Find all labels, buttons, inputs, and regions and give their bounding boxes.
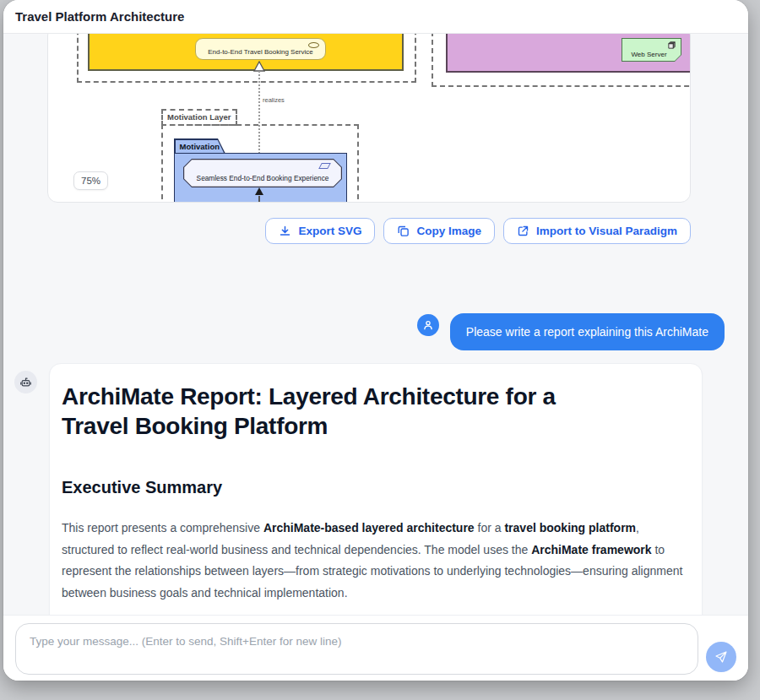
outcome-parallelogram-icon — [318, 163, 331, 169]
web-server-node: Web Server — [622, 38, 681, 62]
report-paragraph: This report presents a comprehensive Arc… — [62, 518, 690, 604]
zoom-level-badge: 75% — [73, 171, 108, 190]
diagram-viewer[interactable]: End-to-End Travel Booking Service realiz… — [47, 34, 691, 203]
external-link-icon — [517, 225, 529, 237]
user-message-bubble: Please write a report explaining this Ar… — [450, 313, 725, 350]
import-visual-paradigm-button[interactable]: Import to Visual Paradigm — [503, 218, 691, 244]
business-service-label: End-to-End Travel Booking Service — [196, 49, 325, 56]
node-cube-icon — [667, 41, 676, 50]
copy-icon — [397, 225, 410, 237]
composer-bar — [3, 615, 748, 681]
user-avatar — [417, 314, 439, 336]
motivation-folder-tab: Motivation — [174, 138, 225, 154]
export-svg-button[interactable]: Export SVG — [265, 218, 375, 244]
outcome-label: Seamless End-to-End Booking Experience — [184, 174, 341, 182]
assistant-report-card: ArchiMate Report: Layered Architecture f… — [49, 363, 703, 615]
send-button[interactable] — [706, 642, 736, 672]
report-title-line-1: ArchiMate Report: Layered Architecture f… — [62, 382, 690, 411]
business-service-element: End-to-End Travel Booking Service — [195, 38, 326, 60]
influence-line — [258, 196, 260, 203]
outcome-element: Seamless End-to-End Booking Experience — [183, 159, 342, 187]
user-icon — [422, 319, 434, 331]
report-title: ArchiMate Report: Layered Architecture f… — [62, 382, 690, 441]
report-section-heading: Executive Summary — [62, 478, 690, 497]
motivation-folder-label: Motivation — [176, 140, 225, 155]
download-icon — [279, 225, 291, 237]
report-title-line-2: Travel Booking Platform — [62, 411, 690, 441]
paper-plane-icon — [714, 650, 728, 664]
influence-arrowhead-icon — [254, 187, 264, 196]
web-server-label: Web Server — [622, 51, 676, 58]
copy-image-button[interactable]: Copy Image — [383, 218, 495, 244]
app-window: Travel Platform Architecture End-to-End … — [3, 0, 748, 681]
diagram-actions-row: Export SVG Copy Image Import to Visual P… — [265, 218, 691, 244]
header-bar: Travel Platform Architecture — [3, 0, 748, 34]
page-title: Travel Platform Architecture — [15, 9, 184, 24]
service-oval-icon — [308, 42, 319, 48]
message-input[interactable] — [15, 623, 698, 675]
motivation-layer-label: Motivation Layer — [161, 109, 237, 126]
user-message-row: Please write a report explaining this Ar… — [417, 313, 725, 350]
realizes-label: realizes — [263, 96, 285, 104]
assistant-avatar — [14, 371, 37, 393]
robot-icon — [19, 376, 32, 388]
chat-scroll-area[interactable]: End-to-End Travel Booking Service realiz… — [3, 34, 748, 615]
